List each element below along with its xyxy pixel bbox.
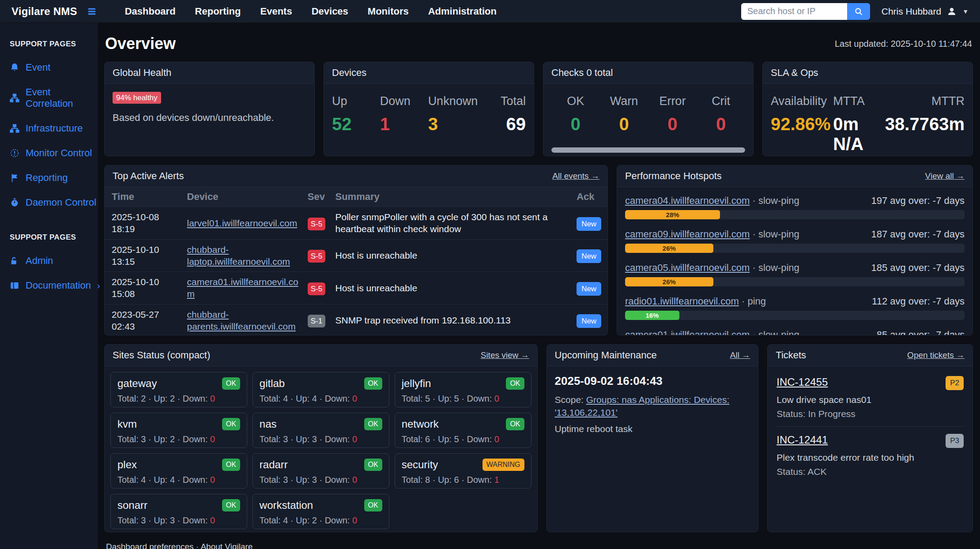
hotspot-host-link[interactable]: camera04.iwillfearnoevil.com <box>625 195 750 206</box>
alert-summary: Poller snmpPoller with a cycle of 300 ha… <box>331 207 572 240</box>
hotspot-host-link[interactable]: radio01.iwillfearnoevil.com <box>625 296 739 307</box>
site-tile-workstation[interactable]: workstationOK Total: 4 · Up: 2 · Down: 0 <box>253 494 389 529</box>
severity-badge: S-5 <box>308 218 325 230</box>
ack-new-badge[interactable]: New <box>577 314 601 328</box>
nav-item-dashboard[interactable]: Dashboard <box>125 6 176 17</box>
chevron-down-icon: ▼ <box>962 8 969 15</box>
alert-device-link[interactable]: larvel01.iwillfearnoevil.com <box>187 218 298 228</box>
alert-device-link[interactable]: chubbard-parents.iwillfearnoevil.com <box>187 309 296 331</box>
hotspot-host-link[interactable]: camera09.iwillfearnoevil.com <box>625 229 750 240</box>
sidebar-item-daemon-control[interactable]: Daemon Control <box>10 197 98 208</box>
site-totals: Total: 5 · Up: 5 · Down: 0 <box>402 394 524 404</box>
site-tile-sonarr[interactable]: sonarrOK Total: 3 · Up: 3 · Down: 0 <box>110 494 247 529</box>
sidebar-item-event[interactable]: Event <box>10 62 98 73</box>
devices-unknown-stat: Unknown3 <box>428 94 478 134</box>
site-status-badge: OK <box>506 377 524 390</box>
site-status-badge: OK <box>364 377 382 390</box>
alerts-table: Time Device Sev Summary Ack 2025-10-08 1… <box>105 187 607 335</box>
hotspot-host-link[interactable]: camera05.iwillfearnoevil.com <box>625 262 750 273</box>
site-totals: Total: 3 · Up: 3 · Down: 0 <box>117 515 240 526</box>
open-tickets-link[interactable]: Open tickets → <box>907 350 965 360</box>
site-tile-gateway[interactable]: gatewayOK Total: 2 · Up: 2 · Down: 0 <box>110 372 247 407</box>
site-down-count: 0 <box>210 394 215 403</box>
site-tile-network[interactable]: networkOK Total: 6 · Up: 5 · Down: 0 <box>395 413 531 448</box>
view-all-link[interactable]: View all → <box>925 171 965 181</box>
panel-title: Performance Hotspots <box>625 170 722 182</box>
flag-icon <box>10 173 19 183</box>
site-status-badge: OK <box>506 418 524 430</box>
site-tile-plex[interactable]: plexOK Total: 4 · Up: 4 · Down: 0 <box>110 453 247 489</box>
alert-device-link[interactable]: camera01.iwillfearnoevil.com <box>187 277 298 299</box>
nav-item-administration[interactable]: Administration <box>428 6 497 17</box>
site-tile-nas[interactable]: nasOK Total: 3 · Up: 3 · Down: 0 <box>253 413 389 448</box>
main-content: Overview Last updated: 2025-10-10 11:47:… <box>98 23 980 549</box>
hotspot-check-type: slow-ping <box>758 195 799 206</box>
nav-item-reporting[interactable]: Reporting <box>195 6 241 17</box>
site-name: radarr <box>260 459 288 471</box>
maintenance-all-link[interactable]: All → <box>730 350 750 360</box>
site-tile-security[interactable]: securityWARNING Total: 8 · Up: 6 · Down:… <box>395 453 531 489</box>
about-vigilare-link[interactable]: About Vigilare <box>200 542 253 549</box>
user-menu[interactable]: Chris Hubbard ▼ <box>882 6 969 17</box>
site-totals: Total: 4 · Up: 4 · Down: 0 <box>260 394 382 404</box>
nav-item-monitors[interactable]: Monitors <box>368 6 409 17</box>
site-totals: Total: 3 · Up: 3 · Down: 0 <box>260 434 382 444</box>
site-down-count: 0 <box>210 434 215 444</box>
sidebar-item-reporting[interactable]: Reporting <box>10 172 98 184</box>
all-events-link[interactable]: All events → <box>552 171 599 181</box>
site-down-count: 0 <box>352 434 357 444</box>
page-footer: Dashboard preferences · About Vigilare <box>106 542 971 549</box>
hotspot-check-type: slow-ping <box>758 229 799 240</box>
site-totals: Total: 8 · Up: 6 · Down: 1 <box>402 475 524 485</box>
alert-time: 2025-10-10 15:08 <box>105 272 183 305</box>
card-title: Devices <box>332 67 366 79</box>
search-button[interactable] <box>847 3 870 20</box>
site-tile-kvm[interactable]: kvmOK Total: 3 · Up: 2 · Down: 0 <box>110 413 247 448</box>
hotspot-progress-bar: 16% <box>625 311 965 320</box>
alert-summary: Host is unreachable <box>331 239 572 272</box>
alert-device-link[interactable]: chubbard-laptop.iwillfearnoevil.com <box>187 244 290 267</box>
nav-item-devices[interactable]: Devices <box>312 6 348 17</box>
devices-up-stat: Up52 <box>332 94 380 134</box>
site-tile-jellyfin[interactable]: jellyfinOK Total: 5 · Up: 5 · Down: 0 <box>395 372 531 407</box>
ack-new-badge[interactable]: New <box>577 249 601 263</box>
site-tile-gitlab[interactable]: gitlabOK Total: 4 · Up: 4 · Down: 0 <box>253 372 389 407</box>
ack-new-badge[interactable]: New <box>577 282 601 296</box>
ticket-item: INC-12441 P3 Plex transcode error rate t… <box>776 426 965 484</box>
sidebar-item-infrastructure[interactable]: Infrastructure <box>10 123 98 134</box>
site-totals: Total: 3 · Up: 3 · Down: 0 <box>260 475 382 485</box>
user-icon <box>946 6 957 17</box>
site-status-badge: OK <box>364 499 382 511</box>
hotspot-check-type: ping <box>747 296 766 307</box>
app-brand: Vigilare NMS <box>11 5 77 18</box>
sidebar-item-admin[interactable]: Admin <box>10 255 98 267</box>
site-name: jellyfin <box>402 377 431 390</box>
site-tile-radarr[interactable]: radarrOK Total: 3 · Up: 3 · Down: 0 <box>253 453 389 489</box>
nav-item-events[interactable]: Events <box>260 6 292 17</box>
ticket-id-link[interactable]: INC-12455 <box>776 376 828 388</box>
hotspot-metric: 187 avg over: -7 days <box>871 229 965 240</box>
alert-summary: Host is unreachable <box>331 272 572 305</box>
dashboard-preferences-link[interactable]: Dashboard preferences <box>106 542 194 549</box>
search-input[interactable] <box>741 3 847 20</box>
panel-title: Tickets <box>776 350 806 361</box>
hotspot-host-link[interactable]: camera01.iwillfearnoevil.com <box>625 329 750 335</box>
site-name: gateway <box>117 377 157 390</box>
site-status-badge: WARNING <box>482 459 524 471</box>
sidebar-item-monitor-control[interactable]: Monitor Control <box>10 147 98 159</box>
sites-view-link[interactable]: Sites view → <box>481 350 529 360</box>
sidebar-item-documentation[interactable]: Documentation › <box>10 280 98 291</box>
hamburger-menu-icon[interactable] <box>87 7 97 16</box>
site-totals: Total: 2 · Up: 2 · Down: 0 <box>117 394 240 404</box>
ticket-id-link[interactable]: INC-12441 <box>776 434 828 446</box>
severity-badge: S-5 <box>308 282 325 295</box>
user-name: Chris Hubbard <box>882 6 941 17</box>
sidebar-item-label: Monitor Control <box>26 147 92 159</box>
sidebar-item-label: Reporting <box>26 172 68 184</box>
sidebar-item-event-correlation[interactable]: Event Correlation <box>10 86 98 109</box>
ack-new-badge[interactable]: New <box>577 217 601 231</box>
devices-down-stat: Down1 <box>380 94 428 134</box>
sla-mtta-stat: MTTA0m N/A <box>833 94 885 154</box>
panel-title: Top Active Alerts <box>113 170 184 182</box>
hotspot-metric: 85 avg over: -7 days <box>877 329 965 335</box>
